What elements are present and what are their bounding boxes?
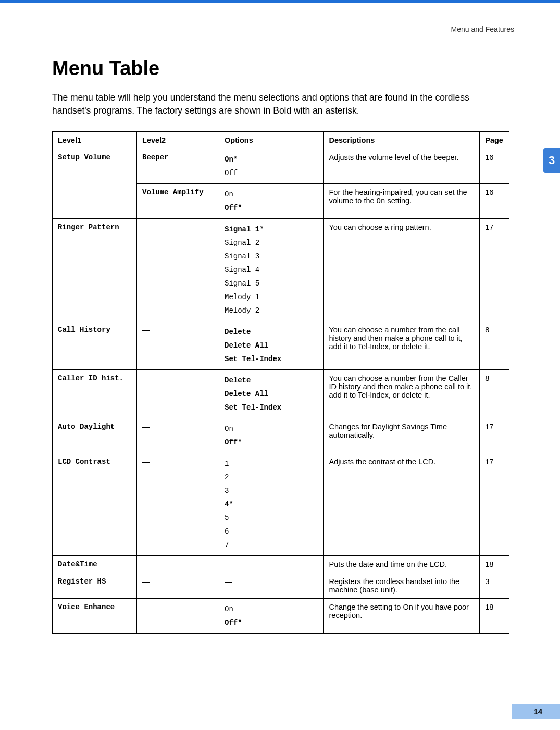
cell-description: Changes for Daylight Savings Time automa…: [323, 418, 480, 453]
col-level1: Level1: [53, 132, 137, 149]
table-row: LCD Contrast—1234*567Adjusts the contras…: [53, 453, 509, 556]
col-level2: Level2: [137, 132, 219, 149]
col-options: Options: [219, 132, 324, 149]
cell-level1: Auto Daylight: [53, 418, 137, 453]
page-content: Menu Table The menu table will help you …: [52, 57, 509, 634]
cell-level1: Setup Volume: [53, 149, 137, 219]
col-page: Page: [480, 132, 509, 149]
table-row: Ringer Pattern—Signal 1*Signal 2Signal 3…: [53, 219, 509, 321]
cell-options: —: [219, 573, 324, 599]
option-value: Delete: [225, 328, 318, 336]
option-value: Delete All: [225, 390, 318, 398]
cell-level2: —: [137, 370, 219, 418]
cell-description: Adjusts the contrast of the LCD.: [323, 453, 480, 556]
option-value: Set Tel-Index: [225, 403, 318, 412]
cell-page: 17: [480, 219, 509, 321]
cell-description: Registers the cordless handset into the …: [323, 573, 480, 599]
cell-page: 17: [480, 453, 509, 556]
cell-page: 16: [480, 149, 509, 184]
cell-page: 16: [480, 184, 509, 219]
cell-level2: Volume Amplify: [137, 184, 219, 219]
cell-level2: —: [137, 418, 219, 453]
option-value: 4*: [225, 500, 318, 509]
cell-level1: Caller ID hist.: [53, 370, 137, 418]
menu-table: Level1 Level2 Options Descriptions Page …: [52, 131, 509, 634]
option-value: On: [225, 425, 318, 433]
cell-page: 3: [480, 573, 509, 599]
option-value: Off: [225, 169, 318, 177]
top-accent-bar: [0, 0, 560, 3]
cell-page: 18: [480, 599, 509, 634]
option-value: 6: [225, 527, 318, 536]
cell-level1: Register HS: [53, 573, 137, 599]
cell-level1: Ringer Pattern: [53, 219, 137, 321]
cell-description: For the hearing-impaired, you can set th…: [323, 184, 480, 219]
cell-page: 17: [480, 418, 509, 453]
option-value: Signal 3: [225, 252, 318, 261]
option-value: On*: [225, 155, 318, 164]
table-row: Date&Time——Puts the date and time on the…: [53, 556, 509, 573]
option-value: 7: [225, 541, 318, 549]
cell-level2: Beeper: [137, 149, 219, 184]
cell-level2: —: [137, 321, 219, 370]
option-value: 2: [225, 473, 318, 481]
table-row: Setup VolumeBeeperOn*OffAdjusts the volu…: [53, 149, 509, 184]
cell-options: —: [219, 556, 324, 573]
option-value: Off*: [225, 438, 318, 447]
option-value: Melody 1: [225, 293, 318, 301]
option-value: Off*: [225, 618, 318, 627]
option-value: 1: [225, 460, 318, 468]
section-header-label: Menu and Features: [451, 25, 514, 33]
cell-level1: Voice Enhance: [53, 599, 137, 634]
table-row: Caller ID hist.—DeleteDelete AllSet Tel-…: [53, 370, 509, 418]
cell-level1: Date&Time: [53, 556, 137, 573]
option-value: On: [225, 605, 318, 613]
table-header-row: Level1 Level2 Options Descriptions Page: [53, 132, 509, 149]
cell-description: You can choose a number from the call hi…: [323, 321, 480, 370]
cell-description: You can choose a number from the Caller …: [323, 370, 480, 418]
cell-options: DeleteDelete AllSet Tel-Index: [219, 321, 324, 370]
cell-page: 8: [480, 370, 509, 418]
cell-description: Puts the date and time on the LCD.: [323, 556, 480, 573]
cell-level2: —: [137, 219, 219, 321]
cell-level1: LCD Contrast: [53, 453, 137, 556]
cell-description: You can choose a ring pattern.: [323, 219, 480, 321]
option-value: Delete All: [225, 341, 318, 350]
option-value: Signal 4: [225, 266, 318, 274]
cell-options: Signal 1*Signal 2Signal 3Signal 4Signal …: [219, 219, 324, 321]
cell-level2: —: [137, 573, 219, 599]
option-value: Signal 2: [225, 239, 318, 247]
table-row: Voice Enhance—OnOff*Change the setting t…: [53, 599, 509, 634]
cell-options: DeleteDelete AllSet Tel-Index: [219, 370, 324, 418]
option-value: Signal 5: [225, 279, 318, 288]
option-value: Off*: [225, 204, 318, 212]
cell-page: 18: [480, 556, 509, 573]
cell-options: OnOff*: [219, 599, 324, 634]
table-row: Call History—DeleteDelete AllSet Tel-Ind…: [53, 321, 509, 370]
cell-level2: —: [137, 453, 219, 556]
option-value: Set Tel-Index: [225, 355, 318, 363]
cell-options: OnOff*: [219, 418, 324, 453]
cell-level2: —: [137, 556, 219, 573]
chapter-tab-number: 3: [549, 154, 555, 167]
page-number: 14: [533, 707, 542, 716]
chapter-tab: 3: [543, 148, 560, 173]
option-value: 3: [225, 487, 318, 495]
option-value: Delete: [225, 376, 318, 385]
cell-options: OnOff*: [219, 184, 324, 219]
footer-bar: 14: [512, 704, 560, 719]
option-value: On: [225, 190, 318, 199]
table-row: Auto Daylight—OnOff*Changes for Daylight…: [53, 418, 509, 453]
cell-options: 1234*567: [219, 453, 324, 556]
option-value: Signal 1*: [225, 225, 318, 233]
cell-description: Change the setting to On if you have poo…: [323, 599, 480, 634]
cell-page: 8: [480, 321, 509, 370]
option-value: Melody 2: [225, 306, 318, 315]
col-descriptions: Descriptions: [323, 132, 480, 149]
cell-level1: Call History: [53, 321, 137, 370]
page-title: Menu Table: [52, 57, 509, 80]
table-row: Register HS——Registers the cordless hand…: [53, 573, 509, 599]
cell-description: Adjusts the volume level of the beeper.: [323, 149, 480, 184]
cell-options: On*Off: [219, 149, 324, 184]
intro-paragraph: The menu table will help you understand …: [52, 91, 509, 117]
